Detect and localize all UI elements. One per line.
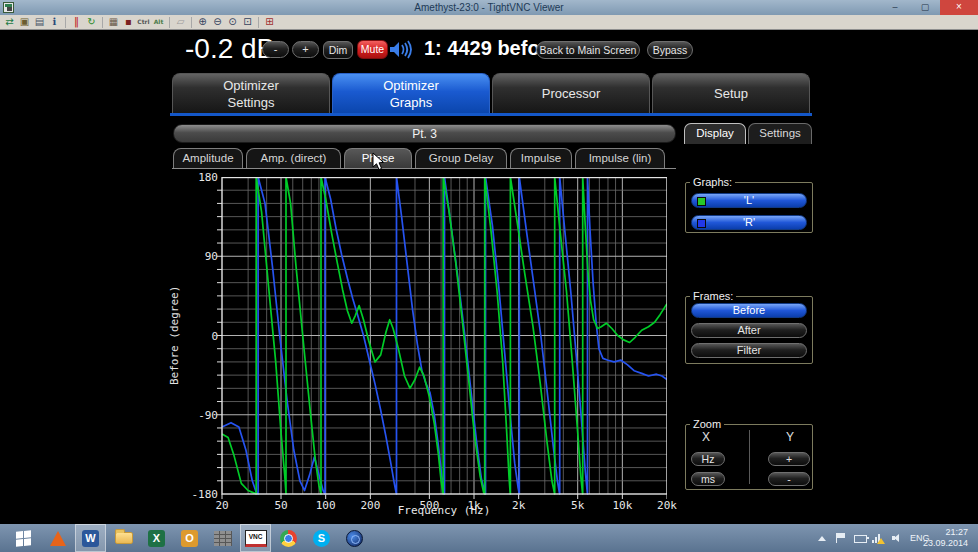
x-tick-label-10k: 10k xyxy=(600,499,644,512)
tab-setup[interactable]: Setup xyxy=(652,73,810,113)
taskbar-outlook-icon[interactable]: O xyxy=(174,524,205,552)
hidden-icons-chevron-icon[interactable] xyxy=(818,536,826,541)
zoom-x-hz-button[interactable]: Hz xyxy=(691,452,725,466)
bypass-button[interactable]: Bypass xyxy=(647,41,693,59)
toolbar-separator xyxy=(102,17,103,28)
clock-time: 21:27 xyxy=(923,527,968,538)
zoom-y-column-label: Y xyxy=(786,430,794,444)
zoom-in-icon[interactable]: ⊕ xyxy=(196,16,209,28)
taskbar-skype-icon[interactable]: S xyxy=(306,524,337,552)
clock[interactable]: 21:27 23.09.2014 xyxy=(923,527,968,549)
taskbar-media-app-icon[interactable] xyxy=(339,524,370,552)
taskbar-explorer-icon[interactable] xyxy=(108,524,139,552)
tab-optimizer-graphs[interactable]: Optimizer Graphs xyxy=(332,73,490,113)
taskbar-vlc-icon[interactable] xyxy=(42,524,73,552)
skype-icon: S xyxy=(313,530,330,547)
dim-button[interactable]: Dim xyxy=(323,41,353,59)
y-tick-label-90: 90 xyxy=(186,250,218,263)
x-tick-label-20k: 20k xyxy=(645,499,689,512)
close-button[interactable]: × xyxy=(940,0,978,15)
tray-speaker-icon[interactable] xyxy=(892,534,902,542)
clock-date: 23.09.2014 xyxy=(923,538,968,549)
frame-button-before[interactable]: Before xyxy=(691,303,807,318)
graph-tab-impulse-lin[interactable]: Impulse (lin) xyxy=(575,148,665,169)
maximize-button[interactable]: ▢ xyxy=(910,0,940,15)
speaker-icon xyxy=(389,40,415,59)
zoom-y-minus-button[interactable]: - xyxy=(768,472,810,486)
tab-processor[interactable]: Processor xyxy=(492,73,650,113)
chrome-icon xyxy=(280,530,297,547)
zoom-panel-divider xyxy=(749,430,750,484)
zoom-out-icon[interactable]: ⊖ xyxy=(211,16,224,28)
taskbar-vnc-viewer-icon[interactable]: VNC xyxy=(240,524,271,552)
graph-tab-amplitude[interactable]: Amplitude xyxy=(173,148,243,169)
pause-icon[interactable]: ‖ xyxy=(70,16,83,28)
clipboard-icon[interactable]: ▱ xyxy=(174,16,187,28)
x-tick-label-20: 20 xyxy=(200,499,244,512)
vlc-cone-icon xyxy=(50,531,66,546)
tab-settings[interactable]: Settings xyxy=(748,123,812,144)
connection-info-icon[interactable]: ℹ xyxy=(48,16,61,28)
channel-button-l[interactable]: 'L' xyxy=(691,193,807,208)
x-tick-label-5k: 5k xyxy=(556,499,600,512)
media-app-icon xyxy=(346,530,363,547)
back-to-main-screen-button[interactable]: Back to Main Screen xyxy=(536,41,640,59)
frames-panel-label: Frames: xyxy=(690,290,736,302)
graph-tab-impulse[interactable]: Impulse xyxy=(510,148,572,169)
system-tray: ENG 21:27 23.09.2014 xyxy=(808,524,978,552)
windows-logo-icon xyxy=(16,530,31,547)
x-axis-label: Frequency (Hz) xyxy=(344,504,544,517)
screen: Amethyst-23:0 - TightVNC Viewer – ▢ × ⇄▣… xyxy=(0,0,978,552)
x-tick-label-50: 50 xyxy=(259,499,303,512)
measurement-point-bar[interactable]: Pt. 3 xyxy=(173,124,676,143)
zoom-fit-icon[interactable]: ⊡ xyxy=(241,16,254,28)
x-tick-label-100: 100 xyxy=(304,499,348,512)
connection-options-icon[interactable]: ▤ xyxy=(33,16,46,28)
ctrl-esc-icon[interactable]: ▪ xyxy=(122,16,135,28)
zoom-x-ms-button[interactable]: ms xyxy=(691,472,725,486)
zoom-y-plus-button[interactable]: + xyxy=(768,452,810,466)
taskbar-word-icon[interactable]: W xyxy=(75,524,106,552)
taskbar-tiles-app-icon[interactable] xyxy=(207,524,238,552)
minimize-button[interactable]: – xyxy=(880,0,910,15)
outlook-icon: O xyxy=(181,530,198,547)
ctrl-key-icon[interactable]: Ctrl xyxy=(137,16,150,28)
refresh-icon[interactable]: ↻ xyxy=(85,16,98,28)
tab-display[interactable]: Display xyxy=(684,123,746,144)
tab-optimizer-settings[interactable]: Optimizer Settings xyxy=(172,73,330,113)
frame-button-after[interactable]: After xyxy=(691,323,807,338)
channel-button-r[interactable]: 'R' xyxy=(691,215,807,230)
network-warning-icon[interactable] xyxy=(872,533,884,543)
active-tab-underline xyxy=(170,113,812,116)
new-connection-icon[interactable]: ⇄ xyxy=(3,16,16,28)
frame-button-filter[interactable]: Filter xyxy=(691,343,807,358)
alt-key-icon[interactable]: Alt xyxy=(152,16,165,28)
volume-minus-button[interactable]: - xyxy=(262,41,289,58)
taskbar-chrome-icon[interactable] xyxy=(273,524,304,552)
taskbar-excel-icon[interactable]: X xyxy=(141,524,172,552)
start-button[interactable] xyxy=(8,527,38,549)
toolbar-separator xyxy=(65,17,66,28)
fullscreen-icon[interactable]: ⊞ xyxy=(263,16,276,28)
tiles-app-icon xyxy=(214,531,232,546)
graph-tab-amp-direct[interactable]: Amp. (direct) xyxy=(246,148,341,169)
mouse-cursor xyxy=(372,152,385,171)
ctrl-alt-del-icon[interactable]: ▦ xyxy=(107,16,120,28)
zoom-x-column-label: X xyxy=(702,430,710,444)
excel-icon: X xyxy=(148,530,165,547)
zoom-panel-label: Zoom xyxy=(690,418,724,430)
mute-button[interactable]: Mute xyxy=(357,40,388,59)
action-center-flag-icon[interactable] xyxy=(836,533,846,543)
toolbar-separator xyxy=(258,17,259,28)
phase-plot xyxy=(216,177,667,500)
graph-tab-group-delay[interactable]: Group Delay xyxy=(415,148,507,169)
y-tick-label-0: 0 xyxy=(186,330,218,343)
toolbar-separator xyxy=(191,17,192,28)
volume-plus-button[interactable]: + xyxy=(292,41,319,58)
save-session-icon[interactable]: ▣ xyxy=(18,16,31,28)
toolbar-separator xyxy=(169,17,170,28)
subtab-baseline xyxy=(172,168,676,169)
word-icon: W xyxy=(82,530,99,547)
battery-icon[interactable] xyxy=(854,535,867,543)
zoom-100-icon[interactable]: ⊙ xyxy=(226,16,239,28)
